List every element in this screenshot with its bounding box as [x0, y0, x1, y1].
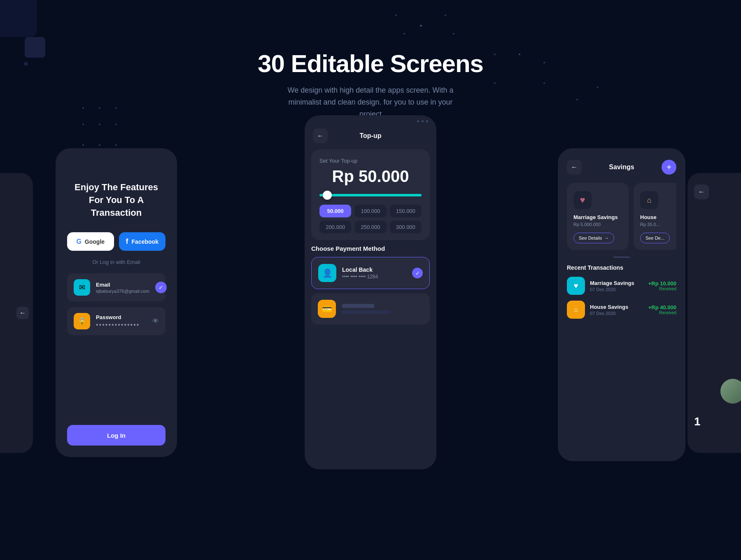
transaction-2-date: 07 Des 2020 — [590, 311, 643, 316]
email-field[interactable]: ✉ Email iqbalsurya376@gmail.com ✓ — [67, 273, 165, 301]
google-button[interactable]: G Google — [67, 232, 114, 251]
transaction-2-status: Received — [648, 310, 676, 315]
payment-name: Local Back — [342, 266, 406, 273]
facebook-icon: f — [126, 237, 128, 246]
transaction-2-icon: ⌂ — [567, 301, 585, 319]
google-icon: G — [76, 238, 81, 245]
page-subtitle: We design with high detail the apps scre… — [284, 84, 457, 120]
email-value: iqbalsurya376@gmail.com — [96, 289, 149, 294]
marriage-savings-name: Marriage Savings — [573, 214, 622, 220]
amount-chips: 50.000 100.000 150.000 200.000 250.000 3… — [319, 205, 422, 233]
email-check: ✓ — [155, 282, 167, 293]
house-see-details-button[interactable]: See De... — [640, 233, 670, 243]
transaction-2-info: House Savings 07 Des 2020 — [590, 304, 643, 316]
password-label: Password — [96, 314, 147, 320]
transaction-2-value: +Rp 40.000 — [648, 304, 676, 310]
transaction-1-name: Marriage Savings — [590, 280, 643, 286]
phone-left-partial: ← — [0, 173, 33, 453]
see-details-label: See Details — [579, 236, 602, 240]
slider-track — [319, 194, 422, 196]
social-buttons: G Google f Facebook — [67, 232, 165, 251]
transaction-2-amount: +Rp 40.000 Received — [648, 304, 676, 315]
set-topup-label: Set Your Top-up — [319, 158, 422, 164]
partial-number: 1 — [694, 415, 701, 428]
transaction-item-2: ⌂ House Savings 07 Des 2020 +Rp 40.000 R… — [567, 301, 676, 319]
transaction-2-name: House Savings — [590, 304, 643, 310]
chip-50000[interactable]: 50.000 — [319, 205, 351, 217]
phone-topup: ← Top-up Set Your Top-up Rp 50.000 50.00… — [305, 115, 436, 469]
recent-transactions-section: Recent Transactions ♥ Marriage Savings 0… — [567, 264, 676, 319]
payment-number: •••• •••• •••• 1284 — [342, 274, 406, 280]
transaction-1-info: Marriage Savings 07 Des 2020 — [590, 280, 643, 292]
marriage-savings-amount: Rp 5.000.000 — [573, 222, 622, 227]
topup-header: ← Top-up — [305, 122, 436, 146]
transaction-item-1: ♥ Marriage Savings 07 Des 2020 +Rp 10.00… — [567, 277, 676, 295]
marriage-savings-icon: ♥ — [573, 191, 592, 209]
house-savings-amount: Rp 35.0... — [640, 222, 676, 227]
transaction-1-status: Received — [648, 287, 676, 291]
partial-avatar — [720, 379, 741, 404]
login-button[interactable]: Log In — [67, 425, 165, 446]
chip-150000[interactable]: 150.000 — [390, 205, 422, 217]
status-indicators — [305, 115, 436, 122]
email-icon: ✉ — [74, 279, 90, 296]
password-content: Password •••••••••••••• — [96, 314, 147, 329]
or-text: Or Log in with Email — [67, 259, 165, 265]
payment-method-icon: 👤 — [318, 264, 336, 282]
chip-250000[interactable]: 250.000 — [354, 221, 386, 233]
payment-info: Local Back •••• •••• •••• 1284 — [342, 266, 406, 280]
topup-amount: Rp 50.000 — [319, 167, 422, 186]
transaction-1-icon: ♥ — [567, 277, 585, 295]
facebook-label: Facebook — [132, 238, 158, 245]
partial-payment-icon: 💳 — [318, 300, 336, 318]
house-see-details-label: See De... — [645, 236, 664, 240]
savings-header: ← Savings + — [567, 160, 676, 175]
password-dots: •••••••••••••• — [96, 321, 147, 329]
phone-login: Enjoy The Features For You To A Transact… — [56, 148, 177, 457]
payment-selected-check: ✓ — [412, 268, 423, 278]
topup-back-button[interactable]: ← — [313, 128, 328, 143]
partial-payment-card[interactable]: 💳 — [311, 293, 430, 324]
eye-icon[interactable]: 👁 — [152, 317, 159, 325]
payment-section-title: Choose Payment Method — [311, 245, 430, 252]
recent-transactions-title: Recent Transactions — [567, 264, 676, 271]
topup-slider[interactable] — [319, 194, 422, 196]
house-savings-icon: ⌂ — [640, 191, 658, 209]
partial-back-icon: ← — [694, 184, 709, 199]
savings-card-marriage: ♥ Marriage Savings Rp 5.000.000 See Deta… — [567, 183, 629, 250]
savings-add-button[interactable]: + — [662, 160, 676, 175]
savings-title: Savings — [609, 163, 634, 171]
marriage-see-details-button[interactable]: See Details → — [573, 233, 614, 243]
chip-300000[interactable]: 300.000 — [390, 221, 422, 233]
savings-cards: ♥ Marriage Savings Rp 5.000.000 See Deta… — [567, 183, 676, 250]
savings-card-house: ⌂ House Rp 35.0... See De... — [634, 183, 676, 250]
partial-card-info — [342, 304, 423, 314]
phone-savings: ← Savings + ♥ Marriage Savings Rp 5.000.… — [558, 148, 685, 461]
topup-title: Top-up — [359, 132, 381, 140]
email-content: Email iqbalsurya376@gmail.com — [96, 282, 149, 294]
email-label: Email — [96, 282, 149, 288]
chip-200000[interactable]: 200.000 — [319, 221, 351, 233]
payment-section: Choose Payment Method 👤 Local Back •••• … — [311, 245, 430, 324]
facebook-button[interactable]: f Facebook — [119, 232, 166, 251]
house-savings-name: House — [640, 214, 676, 220]
chip-100000[interactable]: 100.000 — [354, 205, 386, 217]
header: 30 Editable Screens We design with high … — [0, 0, 741, 120]
topup-amount-section: Set Your Top-up Rp 50.000 50.000 100.000… — [311, 149, 430, 240]
savings-back-button[interactable]: ← — [567, 160, 582, 175]
transaction-1-amount: +Rp 10.000 Received — [648, 280, 676, 291]
section-divider — [613, 257, 630, 258]
password-field[interactable]: 🔒 Password •••••••••••••• 👁 — [67, 307, 165, 335]
page-title: 30 Editable Screens — [0, 49, 741, 78]
payment-method-card[interactable]: 👤 Local Back •••• •••• •••• 1284 ✓ — [311, 257, 430, 289]
arrow-right-icon: → — [604, 236, 609, 240]
google-label: Google — [85, 238, 105, 245]
slider-thumb[interactable] — [323, 191, 332, 200]
transaction-1-value: +Rp 10.000 — [648, 280, 676, 287]
transaction-1-date: 07 Des 2020 — [590, 287, 643, 292]
login-title: Enjoy The Features For You To A Transact… — [67, 181, 165, 219]
phone-right-partial: ← 1 — [687, 173, 741, 453]
password-icon: 🔒 — [74, 313, 90, 329]
